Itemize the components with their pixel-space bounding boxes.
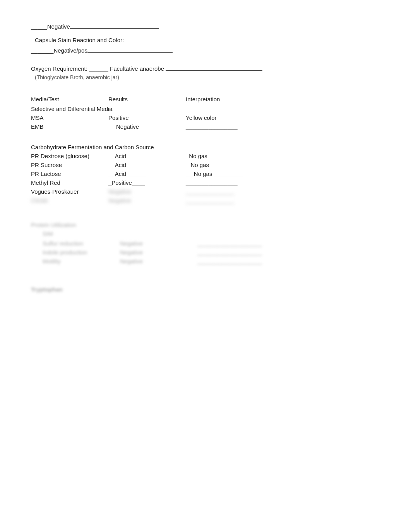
pr-dextrose-results-prefix: __ (108, 153, 115, 159)
citrate-interp: _______________ (186, 197, 283, 204)
indole-interp: ____________________ (197, 249, 294, 256)
enzyme-header: Protein Utilization (31, 222, 380, 228)
pr-dextrose-interp: _No gas__________ (186, 153, 283, 159)
line2-blank (87, 52, 173, 53)
emb-results: Negative (108, 123, 186, 130)
sulfur-row: Sulfur reduction Negative ______________… (31, 240, 380, 247)
indole-results: Negative (120, 249, 197, 256)
pr-sucrose-results-prefix: __ (108, 162, 115, 168)
methyl-red-results-val: Positive____ (111, 179, 145, 186)
final-label: Tryptophan (31, 286, 380, 293)
vp-interp: _______________ (186, 188, 283, 195)
indole-row: Indole production Negative _____________… (31, 249, 380, 256)
pr-sucrose-media: PR Sucrose (31, 162, 108, 168)
pr-lactose-results: __Acid______ (108, 171, 186, 177)
carbo-header-row: Carbohydrate Fermentation and Carbon Sou… (31, 144, 380, 150)
final-section: Tryptophan (31, 286, 380, 293)
line2-label: Negative/pos (53, 47, 87, 54)
indole-media: Indole production (43, 249, 120, 256)
vp-row: Vogues-Proskauer Negative ______________… (31, 188, 380, 195)
col-media-header: Media/Test (31, 96, 108, 102)
oxygen-blank1: ______ (89, 65, 108, 72)
oxygen-blank2 (166, 70, 262, 71)
vp-results: Negative (108, 188, 186, 195)
pr-sucrose-results-val: Acid________ (115, 162, 152, 168)
pr-sucrose-results: __Acid________ (108, 162, 186, 168)
motility-row: Motility Negative ____________________ (31, 258, 380, 264)
pr-sucrose-interp-val: No gas ________ (189, 162, 236, 168)
pr-lactose-interp: __ No gas _________ (186, 171, 283, 177)
methyl-red-row: Methyl Red _Positive____ _______________… (31, 179, 380, 186)
motility-interp: ____________________ (197, 258, 294, 264)
citrate-media: Citrate (31, 197, 108, 204)
pr-lactose-media: PR Lactose (31, 171, 108, 177)
oxygen-section: Oxygen Requirement: ______ Facultative a… (31, 65, 380, 80)
msa-media: MSA (31, 114, 108, 121)
motility-results: Negative (120, 258, 197, 264)
pr-lactose-results-val: Acid______ (115, 171, 146, 177)
emb-media: EMB (31, 123, 108, 130)
oxygen-sublabel: (Thioglycolate Broth, anaerobic jar) (35, 74, 380, 80)
sulfur-results: Negative (120, 240, 197, 247)
line1-row: _____ Negative (31, 23, 380, 30)
oxygen-line: Oxygen Requirement: ______ Facultative a… (31, 65, 380, 72)
emb-interp: ________________ (186, 123, 283, 130)
line1-blank (70, 28, 159, 29)
col-interp-header: Interpretation (186, 96, 283, 102)
methyl-red-media: Methyl Red (31, 179, 108, 186)
pr-sucrose-interp: _ No gas ________ (186, 162, 283, 168)
citrate-row: Citrate Negative _______________ (31, 197, 380, 204)
oxygen-value: Facultative anaerobe (110, 65, 164, 72)
pr-dextrose-results-val: Acid_______ (115, 153, 149, 159)
emb-row: EMB Negative ________________ (31, 123, 380, 130)
methyl-red-results: _Positive____ (108, 179, 186, 186)
enzyme-section: Protein Utilization SIM Sulfur reduction… (31, 222, 380, 264)
vp-media: Vogues-Proskauer (31, 188, 108, 195)
pr-dextrose-media: PR Dextrose (glucose) (31, 153, 108, 159)
pr-dextrose-results: __Acid_______ (108, 153, 186, 159)
msa-interp: Yellow color (186, 114, 283, 121)
selective-label: Selective and Differential Media (31, 106, 224, 112)
table-section: Media/Test Results Interpretation Select… (31, 96, 380, 293)
pr-lactose-row: PR Lactose __Acid______ __ No gas ______… (31, 171, 380, 177)
line1-section: _____ Negative (31, 23, 380, 30)
pr-sucrose-row: PR Sucrose __Acid________ _ No gas _____… (31, 162, 380, 168)
msa-results: Positive (108, 114, 186, 121)
pr-lactose-interp-prefix: __ (186, 171, 192, 177)
line1-text: _____ (31, 23, 47, 30)
pr-lactose-interp-val: No gas _________ (192, 171, 243, 177)
capsule-section: Capsule Stain Reaction and Color: (35, 37, 380, 43)
carbo-label: Carbohydrate Fermentation and Carbon Sou… (31, 144, 154, 150)
citrate-results: Negative (108, 197, 186, 204)
motility-media: Motility (43, 258, 120, 264)
pr-dextrose-interp-val: No gas__________ (189, 153, 240, 159)
sulfur-media: Sulfur reduction (43, 240, 120, 247)
msa-row: MSA Positive Yellow color (31, 114, 380, 121)
pr-lactose-results-prefix: __ (108, 171, 115, 177)
enzyme-sub: SIM (43, 230, 380, 237)
col-results-header: Results (108, 96, 186, 102)
table-header-row: Media/Test Results Interpretation (31, 96, 380, 102)
capsule-label: Capsule Stain Reaction and Color: (35, 37, 380, 43)
line2-prefix: _______ (31, 47, 53, 54)
line2-row: _______ Negative/pos (31, 47, 380, 54)
line1-label: Negative (47, 23, 70, 30)
line2-section: _______ Negative/pos (31, 47, 380, 54)
pr-dextrose-row: PR Dextrose (glucose) __Acid_______ _No … (31, 153, 380, 159)
selective-header-row: Selective and Differential Media (31, 106, 380, 112)
methyl-red-interp: ________________ (186, 179, 283, 186)
sulfur-interp: ____________________ (197, 240, 294, 247)
oxygen-label: Oxygen Requirement: (31, 65, 87, 72)
